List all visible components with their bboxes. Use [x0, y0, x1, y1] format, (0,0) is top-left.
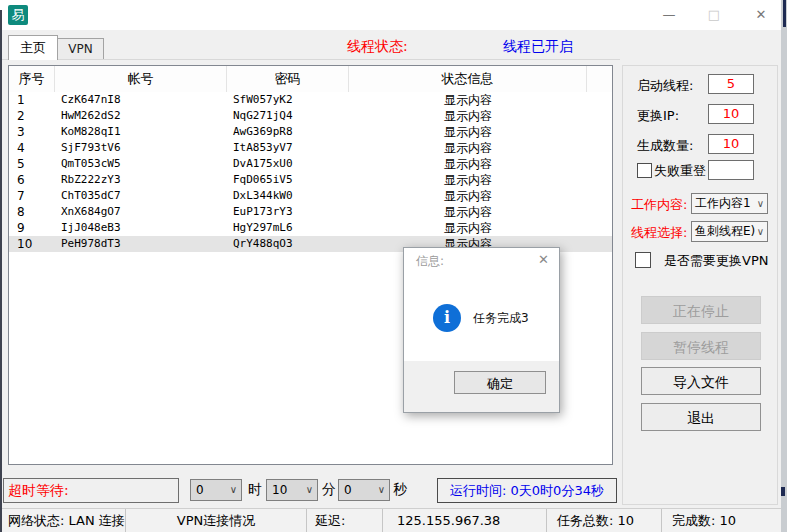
row-account: ChT035dC7 [55, 188, 227, 204]
row-index: 9 [9, 220, 55, 236]
info-icon: i [433, 304, 461, 332]
dialog-message: 任务完成3 [473, 310, 529, 327]
control-panel: 启动线程: 5 更换IP: 10 生成数量: 10 失败重登 工作内容: 工作内… [622, 65, 778, 505]
row-status: 显示内容 [349, 188, 587, 204]
row-password: NqG271jQ4 [227, 108, 349, 124]
app-logo-icon: 易 [8, 5, 28, 25]
task-completed: 完成数: 10 [662, 509, 787, 532]
latency-label: 延迟: [307, 509, 383, 532]
table-row[interactable]: 5 QmT053cW5 DvA175xU0 显示内容 [9, 156, 612, 172]
work-content-label: 工作内容: [631, 196, 687, 214]
dialog-title: 信息: [416, 253, 444, 270]
start-threads-label: 启动线程: [637, 77, 693, 95]
table-row[interactable]: 1 CzK647nI8 SfW057yK2 显示内容 [9, 92, 612, 108]
minute-value: 10 [272, 483, 287, 497]
row-account: IjJ048eB3 [55, 220, 227, 236]
maximize-icon[interactable]: □ [692, 0, 736, 30]
close-icon[interactable]: ✕ [739, 0, 783, 30]
thread-select-label: 线程选择: [631, 224, 687, 242]
row-password: FqD065iV5 [227, 172, 349, 188]
chevron-down-icon: ∨ [757, 222, 764, 241]
row-status: 显示内容 [349, 140, 587, 156]
second-value: 0 [344, 483, 352, 497]
column-header-index[interactable]: 序号 [9, 66, 55, 92]
row-account: HwM262dS2 [55, 108, 227, 124]
table-row[interactable]: 8 XnX684gO7 EuP173rY3 显示内容 [9, 204, 612, 220]
tab-home[interactable]: 主页 [8, 35, 58, 60]
table-row[interactable]: 3 KoM828qI1 AwG369pR8 显示内容 [9, 124, 612, 140]
row-index: 7 [9, 188, 55, 204]
minimize-icon[interactable]: — [647, 0, 691, 30]
chevron-down-icon: ∨ [230, 480, 237, 500]
start-threads-input[interactable]: 5 [708, 74, 754, 94]
pause-threads-button: 暂停线程 [641, 332, 761, 360]
change-vpn-label: 是否需要更换VPN [664, 252, 768, 270]
second-unit-label: 秒 [393, 481, 407, 499]
work-content-value: 工作内容1 [695, 196, 751, 210]
change-ip-label: 更换IP: [637, 107, 679, 125]
table-row[interactable]: 7 ChT035dC7 DxL344kW0 显示内容 [9, 188, 612, 204]
generate-count-input[interactable]: 10 [708, 134, 754, 154]
message-dialog: 信息: ✕ i 任务完成3 确定 [403, 247, 560, 413]
row-index: 1 [9, 92, 55, 108]
row-password: DxL344kW0 [227, 188, 349, 204]
row-password: DvA175xU0 [227, 156, 349, 172]
row-index: 3 [9, 124, 55, 140]
screen-edge-artifact [781, 487, 785, 496]
change-vpn-checkbox[interactable] [635, 252, 651, 268]
title-bar: 易 — □ ✕ [0, 0, 787, 30]
runtime-display: 运行时间: 0天0时0分34秒 [437, 478, 617, 503]
row-index: 8 [9, 204, 55, 220]
hour-value: 0 [196, 483, 204, 497]
row-status: 显示内容 [349, 156, 587, 172]
stopping-button: 正在停止 [641, 296, 761, 324]
tab-strip-divider [0, 59, 620, 60]
dialog-close-icon[interactable]: ✕ [538, 252, 549, 267]
screen-edge-strip [781, 0, 787, 532]
row-account: QmT053cW5 [55, 156, 227, 172]
row-index: 2 [9, 108, 55, 124]
vpn-status: VPN连接情况 [126, 509, 307, 532]
minute-unit-label: 分 [322, 481, 336, 499]
minute-select[interactable]: 10 ∨ [266, 479, 318, 501]
hour-select[interactable]: 0 ∨ [190, 479, 242, 501]
table-row[interactable]: 2 HwM262dS2 NqG271jQ4 显示内容 [9, 108, 612, 124]
import-file-button[interactable]: 导入文件 [641, 367, 761, 395]
change-ip-input[interactable]: 10 [708, 104, 754, 124]
second-select[interactable]: 0 ∨ [338, 479, 390, 501]
row-account: XnX684gO7 [55, 204, 227, 220]
hour-unit-label: 时 [248, 481, 262, 499]
retry-on-fail-checkbox[interactable] [637, 163, 652, 178]
row-status: 显示内容 [349, 108, 587, 124]
thread-select[interactable]: 鱼刺线程E) ∨ [691, 221, 768, 242]
tab-vpn[interactable]: VPN [57, 38, 104, 60]
work-content-select[interactable]: 工作内容1 ∨ [691, 193, 768, 214]
table-row[interactable]: 6 RbZ222zY3 FqD065iV5 显示内容 [9, 172, 612, 188]
row-password: EuP173rY3 [227, 204, 349, 220]
thread-status-label: 线程状态: [347, 38, 408, 56]
row-status: 显示内容 [349, 124, 587, 140]
row-status: 显示内容 [349, 204, 587, 220]
chevron-down-icon: ∨ [378, 480, 385, 500]
dialog-footer: 确定 [404, 361, 559, 412]
row-password: AwG369pR8 [227, 124, 349, 140]
network-status: 网络状态: LAN 连接 [0, 509, 126, 532]
chevron-down-icon: ∨ [306, 480, 313, 500]
row-password: QrY488qO3 [227, 236, 349, 252]
retry-on-fail-input[interactable] [708, 160, 754, 180]
table-row[interactable]: 9 IjJ048eB3 HgY297mL6 显示内容 [9, 220, 612, 236]
ok-button[interactable]: 确定 [454, 371, 546, 394]
row-password: SfW057yK2 [227, 92, 349, 108]
exit-button[interactable]: 退出 [641, 403, 761, 431]
column-header-account[interactable]: 帐号 [55, 66, 227, 92]
table-row[interactable]: 4 SjF793tV6 ItA853yV7 显示内容 [9, 140, 612, 156]
app-window: 易 — □ ✕ 主页 VPN 线程状态: 线程已开启 序号 帐号 密码 状态信息… [0, 0, 787, 532]
row-password: HgY297mL6 [227, 220, 349, 236]
task-total: 任务总数: 10 [547, 509, 662, 532]
ip-address: 125.155.967.38 [383, 509, 547, 532]
row-account: SjF793tV6 [55, 140, 227, 156]
column-header-status[interactable]: 状态信息 [349, 66, 587, 92]
status-bar: 网络状态: LAN 连接 VPN连接情况 延迟: 125.155.967.38 … [0, 508, 787, 532]
screen-edge-artifact [783, 0, 786, 27]
column-header-password[interactable]: 密码 [227, 66, 349, 92]
